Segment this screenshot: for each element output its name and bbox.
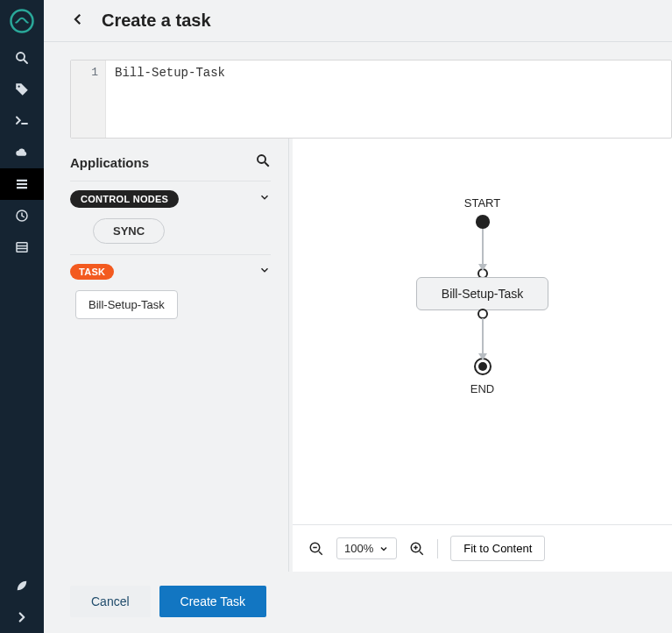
chevron-down-icon — [378, 544, 389, 554]
end-label: END — [470, 382, 494, 395]
flow-connector — [482, 229, 484, 269]
cloud-icon — [14, 145, 30, 160]
control-nodes-chip: CONTROL NODES — [70, 190, 179, 208]
chevron-down-icon — [258, 264, 271, 280]
left-sidebar — [0, 0, 44, 633]
chevron-right-icon — [14, 609, 30, 625]
task-app-tile[interactable]: Bill-Setup-Task — [75, 290, 178, 319]
logo — [0, 0, 44, 42]
nav-expand[interactable] — [0, 601, 44, 633]
nav-tag[interactable] — [0, 74, 44, 105]
svg-rect-5 — [17, 180, 27, 181]
toolbar-divider — [437, 539, 438, 558]
leaf-icon — [14, 578, 30, 594]
editor-content: Bill-Setup-Task — [106, 60, 234, 138]
zoom-in-button[interactable] — [409, 541, 425, 557]
svg-point-0 — [11, 11, 33, 32]
palette-search-button[interactable] — [255, 153, 271, 172]
control-nodes-group-header[interactable]: CONTROL NODES — [70, 190, 271, 208]
svg-line-13 — [265, 162, 269, 167]
terminal-icon — [14, 113, 30, 129]
spring-cloud-logo-icon — [9, 8, 35, 34]
task-node[interactable]: Bill-Setup-Task — [416, 277, 548, 310]
nav-schedule[interactable] — [0, 200, 44, 231]
tasks-icon — [14, 176, 30, 192]
canvas-toolbar: 100% Fit to Content — [293, 524, 672, 572]
chevron-left-icon — [70, 11, 86, 27]
svg-rect-6 — [17, 183, 27, 185]
nav-terminal[interactable] — [0, 105, 44, 137]
nav-records[interactable] — [0, 231, 44, 263]
start-node[interactable] — [476, 215, 490, 229]
zoom-in-icon — [409, 541, 425, 557]
nav-tasks[interactable] — [0, 168, 44, 200]
svg-line-2 — [24, 60, 27, 63]
applications-palette: Applications CONTROL NODES SYNC — [70, 139, 289, 572]
main-area: Create a task 1 Bill-Setup-Task Applicat… — [44, 0, 672, 633]
task-group-header[interactable]: TASK — [70, 264, 271, 280]
end-node[interactable] — [474, 358, 492, 375]
create-task-button[interactable]: Create Task — [159, 586, 266, 617]
code-editor[interactable]: 1 Bill-Setup-Task — [70, 60, 672, 139]
canvas-area[interactable]: START Bill-Setup-Task END — [293, 139, 672, 524]
cancel-button[interactable]: Cancel — [70, 586, 151, 617]
chevron-down-icon — [258, 191, 271, 207]
footer-actions: Cancel Create Task — [70, 572, 672, 633]
zoom-out-button[interactable] — [308, 541, 324, 557]
tag-icon — [14, 82, 30, 97]
nav-search[interactable] — [0, 42, 44, 74]
start-label: START — [464, 196, 500, 210]
palette-title: Applications — [70, 155, 149, 170]
svg-line-15 — [319, 551, 322, 555]
zoom-out-icon — [308, 541, 324, 557]
search-icon — [14, 50, 30, 66]
svg-rect-7 — [17, 187, 27, 188]
svg-point-3 — [18, 86, 20, 88]
svg-rect-9 — [17, 243, 27, 252]
nav-about[interactable] — [0, 570, 44, 601]
records-icon — [14, 239, 30, 255]
sync-node-item[interactable]: SYNC — [93, 218, 165, 244]
header: Create a task — [44, 0, 672, 42]
back-button[interactable] — [70, 11, 86, 31]
zoom-value: 100% — [344, 542, 373, 555]
zoom-select[interactable]: 100% — [336, 537, 397, 559]
svg-point-12 — [258, 155, 265, 163]
flow-canvas: START Bill-Setup-Task END — [293, 139, 672, 572]
task-chip: TASK — [70, 264, 114, 280]
search-icon — [255, 153, 271, 168]
svg-line-18 — [420, 551, 423, 555]
nav-cloud[interactable] — [0, 137, 44, 168]
editor-line-number: 1 — [71, 60, 106, 138]
flow-connector — [482, 318, 484, 359]
clock-icon — [14, 208, 30, 224]
fit-to-content-button[interactable]: Fit to Content — [450, 536, 545, 561]
page-title: Create a task — [102, 11, 211, 31]
